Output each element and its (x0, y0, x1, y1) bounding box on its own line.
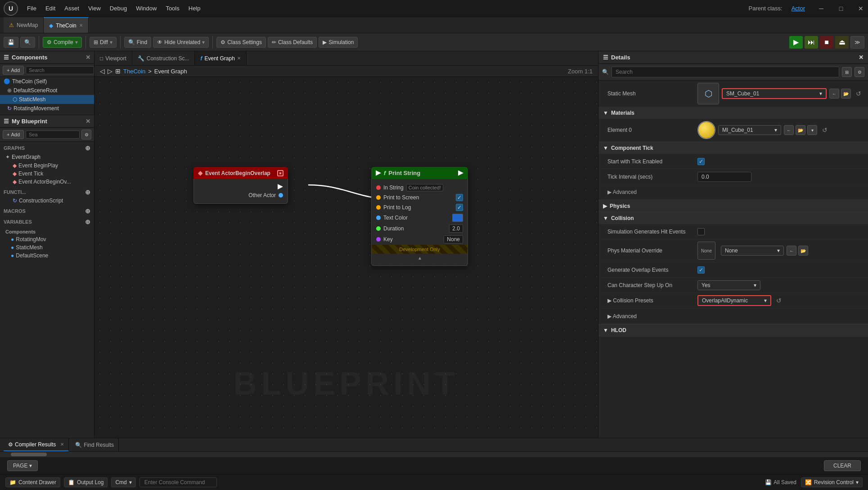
compile-button[interactable]: ⚙ Compile ▾ (43, 37, 82, 48)
event-beginplay-item[interactable]: ◆ Event BeginPlay (0, 162, 94, 170)
tab-newmap[interactable]: ⚠ NewMap (4, 17, 44, 33)
collision-presets-revert-icon[interactable]: ↺ (774, 296, 784, 306)
duration-value[interactable]: 2.0 (449, 225, 463, 233)
output-log-button[interactable]: 📋 Output Log (64, 477, 108, 487)
my-blueprint-settings-button[interactable]: ⚙ (81, 130, 91, 139)
minimize-button[interactable]: ─ (818, 5, 825, 12)
can-character-dropdown[interactable]: Yes ▾ (697, 280, 760, 290)
components-search-input[interactable] (26, 66, 94, 74)
hlod-header[interactable]: ▼ HLOD (598, 324, 868, 336)
details-search-input[interactable] (612, 67, 839, 77)
compiler-results-close-icon[interactable]: ✕ (60, 442, 64, 447)
menu-help[interactable]: Help (184, 3, 205, 13)
advanced2-expand[interactable]: ▶ Advanced (607, 313, 697, 319)
element0-open-icon[interactable]: 📂 (796, 125, 805, 135)
variables-add-icon[interactable]: ⊕ (85, 218, 90, 225)
duration-pin[interactable]: Duration 2.0 (372, 223, 468, 234)
other-actor-pin[interactable]: Other Actor (194, 191, 288, 200)
event-close-icon[interactable]: ■ (277, 170, 283, 176)
revision-control-button[interactable]: 🔀 Revision Control ▾ (801, 477, 863, 487)
tab-event-graph[interactable]: f Event Graph ✕ (195, 51, 246, 65)
tab-thecoin[interactable]: ◆ TheCoin ✕ (44, 17, 88, 33)
static-mesh-open-icon[interactable]: 📂 (841, 89, 851, 99)
eventgraph-item[interactable]: ✦ EventGraph (0, 153, 94, 162)
menu-file[interactable]: File (22, 3, 41, 13)
event-actorbeginoverlap-node[interactable]: ◆ Event ActorBeginOverlap ■ Other Actor (193, 167, 288, 204)
page-button[interactable]: PAGE ▾ (7, 460, 38, 471)
components-add-button[interactable]: + Add (3, 66, 24, 75)
details-close-icon[interactable]: ✕ (859, 54, 864, 61)
phys-mat-open-icon[interactable]: 📂 (798, 246, 808, 256)
menu-tools[interactable]: Tools (161, 3, 184, 13)
breadcrumb-coin[interactable]: TheCoin (123, 68, 145, 75)
my-blueprint-close-icon[interactable]: ✕ (85, 118, 90, 125)
graph-canvas[interactable]: BLUEPRINT ◆ Event ActorBeginOverlap ■ (94, 77, 598, 438)
var-rotatingmov[interactable]: ● RotatingMov (0, 235, 94, 243)
component-defaultsceneroot[interactable]: ⊕ DefaultSceneRoot (0, 86, 94, 95)
thecoin-close-icon[interactable]: ✕ (79, 23, 83, 28)
event-tick-item[interactable]: ◆ Event Tick (0, 170, 94, 178)
component-rotatingmovement[interactable]: ↻ RotatingMovement (0, 104, 94, 113)
step-button[interactable]: ⏭ (805, 36, 818, 49)
menu-window[interactable]: Window (131, 3, 161, 13)
component-staticmesh[interactable]: ⬡ StaticMesh (0, 95, 94, 104)
element0-more-icon[interactable]: ▾ (807, 125, 817, 135)
parent-class-value[interactable]: Actor (792, 5, 805, 12)
materials-section-header[interactable]: ▼ Materials (598, 107, 868, 119)
collapse-arrow[interactable]: ▴ (372, 254, 468, 262)
static-mesh-revert-icon[interactable]: ↺ (854, 89, 864, 99)
var-defaultscene[interactable]: ● DefaultScene (0, 252, 94, 260)
event-exec-out-pin[interactable] (194, 183, 288, 191)
key-pin[interactable]: Key None (372, 234, 468, 245)
collision-presets-dropdown[interactable]: OverlapAllDynamic ▾ (698, 296, 770, 305)
static-mesh-browse-icon[interactable]: ← (829, 89, 839, 99)
scrollbar-thumb[interactable] (11, 453, 47, 456)
element0-dropdown[interactable]: MI_Cube_01 ▾ (718, 125, 781, 135)
components-panel-close-icon[interactable]: ✕ (85, 54, 90, 61)
phys-mat-browse-icon[interactable]: ← (787, 246, 796, 256)
save-button[interactable]: 💾 (4, 37, 18, 48)
functions-add-icon[interactable]: ⊕ (85, 189, 90, 196)
cmd-button[interactable]: Cmd ▾ (111, 477, 135, 487)
compiler-results-tab[interactable]: ⚙ Compiler Results ✕ (4, 438, 69, 451)
print-to-screen-pin[interactable]: Print to Screen ✓ (372, 193, 468, 202)
diff-button[interactable]: ⊞ Diff ▾ (90, 37, 117, 48)
collision-presets-expand[interactable]: ▶ Collision Presets (607, 297, 697, 304)
class-settings-button[interactable]: ⚙ Class Settings (216, 37, 266, 48)
fit-view-icon[interactable]: ⊞ (115, 67, 121, 75)
construction-script-item[interactable]: ↻ ConstructionScript (0, 197, 94, 205)
my-blueprint-add-button[interactable]: + Add (3, 130, 24, 139)
horizontal-scrollbar[interactable] (0, 452, 868, 457)
menu-edit[interactable]: Edit (41, 3, 60, 13)
print-screen-checkbox[interactable]: ✓ (456, 194, 463, 201)
hide-unrelated-button[interactable]: 👁 Hide Unrelated ▾ (153, 37, 209, 48)
element0-revert-icon[interactable]: ↺ (820, 125, 830, 135)
details-settings-icon[interactable]: ⚙ (855, 67, 864, 77)
close-button[interactable]: ✕ (857, 5, 864, 12)
print-string-node[interactable]: f Print String In String Coin collected!… (371, 167, 468, 266)
collision-header[interactable]: ▼ Collision (598, 212, 868, 224)
print-to-log-pin[interactable]: Print to Log ✓ (372, 202, 468, 212)
more-button[interactable]: ≫ (850, 36, 864, 49)
find-results-tab[interactable]: 🔍 Find Results (71, 438, 119, 451)
browse-button[interactable]: 🔍 (20, 37, 35, 48)
event-actoroverlap-item[interactable]: ◆ Event ActorBeginOv... (0, 178, 94, 186)
macros-add-icon[interactable]: ⊕ (85, 207, 90, 215)
menu-view[interactable]: View (84, 3, 105, 13)
play-button[interactable]: ▶ (789, 36, 803, 49)
component-tick-header[interactable]: ▼ Component Tick (598, 142, 868, 154)
content-drawer-button[interactable]: 📁 Content Drawer (5, 477, 60, 487)
element0-browse-icon[interactable]: ← (784, 125, 794, 135)
tick-interval-input[interactable] (697, 172, 751, 182)
find-button[interactable]: 🔍 Find (124, 37, 151, 48)
sim-hit-checkbox[interactable] (697, 228, 705, 235)
breadcrumb-graph[interactable]: Event Graph (154, 68, 187, 75)
component-thecoin[interactable]: 🔵 TheCoin (Self) (0, 77, 94, 86)
console-command-input[interactable] (139, 477, 217, 487)
graphs-add-icon[interactable]: ⊕ (85, 144, 90, 152)
advanced1-expand-icon[interactable]: ▶ Advanced (607, 189, 697, 195)
physics-header[interactable]: ▶ Physics (598, 200, 868, 212)
my-blueprint-search-input[interactable] (26, 130, 80, 139)
simulation-button[interactable]: ▶ Simulation (319, 37, 358, 48)
menu-debug[interactable]: Debug (105, 3, 131, 13)
